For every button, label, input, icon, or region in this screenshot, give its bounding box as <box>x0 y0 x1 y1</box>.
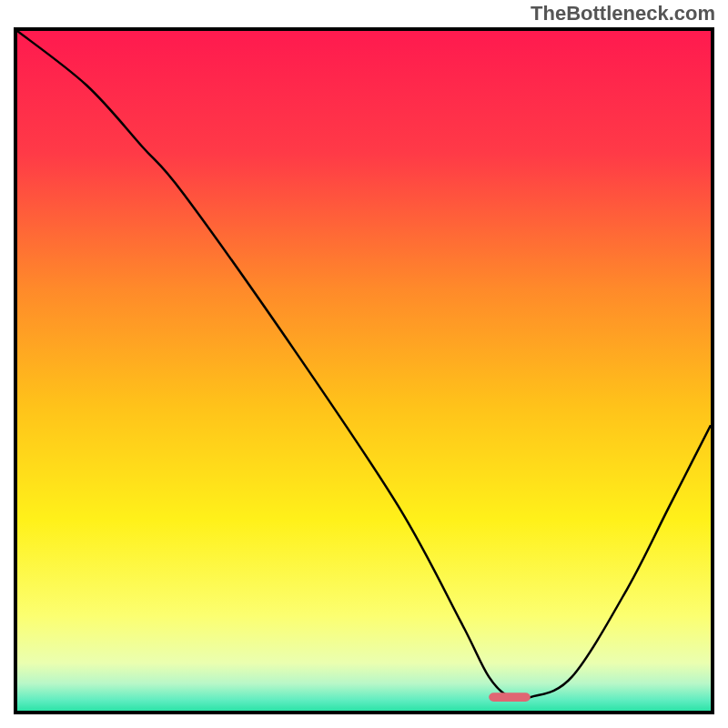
chart-frame: TheBottleneck.com <box>0 0 728 728</box>
plot-area <box>14 27 714 714</box>
optimal-marker <box>489 693 531 702</box>
watermark-label: TheBottleneck.com <box>531 2 715 25</box>
bottleneck-curve-path <box>17 31 711 700</box>
curve-layer <box>17 31 711 711</box>
